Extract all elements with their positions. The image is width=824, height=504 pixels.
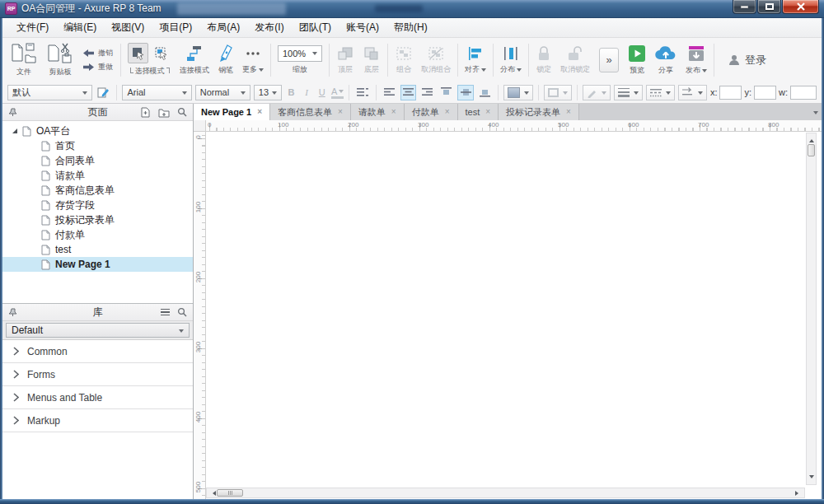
- pen-tool-button[interactable]: 钢笔: [213, 44, 238, 76]
- style-preset-select[interactable]: 默认: [7, 85, 92, 100]
- library-section[interactable]: Forms: [2, 363, 193, 386]
- zoom-select[interactable]: 100%: [278, 45, 322, 62]
- tab-close-icon[interactable]: [445, 108, 450, 116]
- menu-item[interactable]: 项目(P): [152, 18, 199, 37]
- distribute-button[interactable]: 分布: [496, 45, 526, 75]
- tab-close-icon[interactable]: [338, 108, 343, 116]
- tree-item[interactable]: 请款单: [2, 168, 193, 183]
- scroll-down-icon[interactable]: [809, 475, 814, 481]
- menu-item[interactable]: 编辑(E): [56, 18, 104, 37]
- vertical-scroll-thumb[interactable]: [808, 144, 815, 156]
- line-width-select[interactable]: [614, 85, 643, 100]
- menu-item[interactable]: 发布(I): [247, 18, 291, 37]
- page-tab[interactable]: New Page 1: [194, 104, 270, 120]
- align-left-button[interactable]: [382, 85, 397, 100]
- menu-item[interactable]: 视图(V): [104, 18, 152, 37]
- font-select[interactable]: Arial: [122, 85, 191, 100]
- pin-icon[interactable]: [8, 308, 17, 317]
- pin-icon[interactable]: [8, 108, 17, 117]
- expand-toolbar-button[interactable]: »: [599, 48, 619, 72]
- line-spacing-button[interactable]: [354, 85, 370, 100]
- unlock-button[interactable]: 取消锁定: [556, 45, 594, 75]
- login-button[interactable]: 登录: [717, 53, 778, 68]
- menu-item[interactable]: 文件(F): [9, 18, 56, 37]
- group-button[interactable]: 组合: [391, 45, 417, 75]
- redo-button[interactable]: 重做: [83, 62, 113, 72]
- clipboard-tools-button[interactable]: 剪贴板: [42, 43, 78, 77]
- valign-middle-button[interactable]: [457, 85, 473, 100]
- y-input[interactable]: [754, 86, 776, 100]
- maximize-button[interactable]: [757, 0, 781, 14]
- menu-item[interactable]: 帮助(H): [386, 18, 435, 37]
- page-tab[interactable]: 请款单: [351, 104, 405, 120]
- library-menu-icon[interactable]: [161, 309, 170, 316]
- tree-item[interactable]: New Page 1: [2, 257, 193, 272]
- font-color-button[interactable]: A: [331, 86, 344, 99]
- scroll-up-icon[interactable]: [809, 137, 814, 142]
- valign-bottom-button[interactable]: [477, 85, 493, 100]
- more-tools-button[interactable]: 更多: [238, 45, 268, 75]
- scroll-right-icon[interactable]: [795, 491, 801, 496]
- line-style-select[interactable]: [646, 85, 675, 100]
- scroll-left-icon[interactable]: [210, 491, 216, 496]
- tree-root-item[interactable]: OA平台: [2, 124, 193, 138]
- lock-button[interactable]: 锁定: [531, 45, 556, 75]
- design-canvas[interactable]: [206, 132, 822, 499]
- tab-overflow-button[interactable]: [812, 104, 818, 120]
- expand-icon[interactable]: [12, 128, 17, 133]
- library-section[interactable]: Menus and Table: [2, 386, 193, 409]
- bring-to-front-button[interactable]: 顶层: [332, 45, 358, 75]
- tab-close-icon[interactable]: [485, 108, 490, 116]
- page-tab[interactable]: 付款单: [405, 104, 458, 120]
- library-select[interactable]: Default: [6, 323, 190, 338]
- undo-button[interactable]: 撤销: [83, 48, 113, 58]
- arrow-style-select[interactable]: [678, 85, 707, 100]
- send-to-back-button[interactable]: 底层: [358, 45, 385, 75]
- title-bar[interactable]: RP OA合同管理 - Axure RP 8 Team: [0, 0, 824, 18]
- share-button[interactable]: 分享: [650, 44, 681, 76]
- select-contain-button[interactable]: [151, 43, 171, 63]
- tab-close-icon[interactable]: [257, 108, 262, 116]
- tree-item[interactable]: test: [2, 242, 193, 257]
- horizontal-scroll-thumb[interactable]: [217, 489, 243, 497]
- page-tab[interactable]: 客商信息表单: [270, 104, 351, 120]
- library-section[interactable]: Markup: [2, 409, 193, 432]
- preview-button[interactable]: 预览: [624, 44, 650, 76]
- connect-mode-button[interactable]: 连接模式: [176, 44, 213, 76]
- bold-button[interactable]: B: [285, 85, 297, 100]
- search-icon[interactable]: [177, 307, 187, 317]
- tree-item[interactable]: 首页: [2, 138, 193, 153]
- align-right-button[interactable]: [419, 85, 435, 100]
- library-section[interactable]: Common: [2, 340, 193, 363]
- close-button[interactable]: [782, 0, 819, 14]
- vertical-scrollbar[interactable]: [806, 133, 817, 485]
- publish-button[interactable]: 发布: [681, 44, 711, 76]
- ungroup-button[interactable]: 取消组合: [417, 45, 455, 75]
- align-center-button[interactable]: [400, 85, 416, 100]
- italic-button[interactable]: I: [301, 85, 313, 100]
- menu-item[interactable]: 团队(T): [292, 18, 339, 37]
- add-page-button[interactable]: [140, 107, 151, 118]
- valign-top-button[interactable]: [438, 85, 454, 100]
- fill-color-select[interactable]: [503, 85, 533, 100]
- minimize-button[interactable]: [733, 0, 756, 14]
- page-tab[interactable]: test: [458, 104, 499, 120]
- page-tab[interactable]: 投标记录表单: [499, 104, 579, 120]
- menu-item[interactable]: 布局(A): [199, 18, 247, 37]
- search-icon[interactable]: [177, 107, 187, 117]
- x-input[interactable]: [719, 86, 742, 100]
- file-tools-button[interactable]: 文件: [6, 43, 42, 77]
- align-button[interactable]: 对齐: [461, 45, 490, 75]
- tab-close-icon[interactable]: [391, 108, 396, 116]
- w-input[interactable]: [790, 86, 817, 100]
- select-intersect-button[interactable]: [128, 43, 148, 63]
- font-weight-select[interactable]: Normal: [195, 85, 250, 100]
- tree-item[interactable]: 客商信息表单: [2, 183, 193, 198]
- edit-style-button[interactable]: [96, 85, 111, 100]
- tree-item[interactable]: 存货字段: [2, 198, 193, 212]
- add-folder-button[interactable]: [158, 107, 170, 118]
- underline-button[interactable]: U: [316, 85, 328, 100]
- border-color-select[interactable]: [544, 85, 572, 100]
- tab-close-icon[interactable]: [566, 108, 571, 116]
- horizontal-scrollbar[interactable]: [206, 488, 805, 498]
